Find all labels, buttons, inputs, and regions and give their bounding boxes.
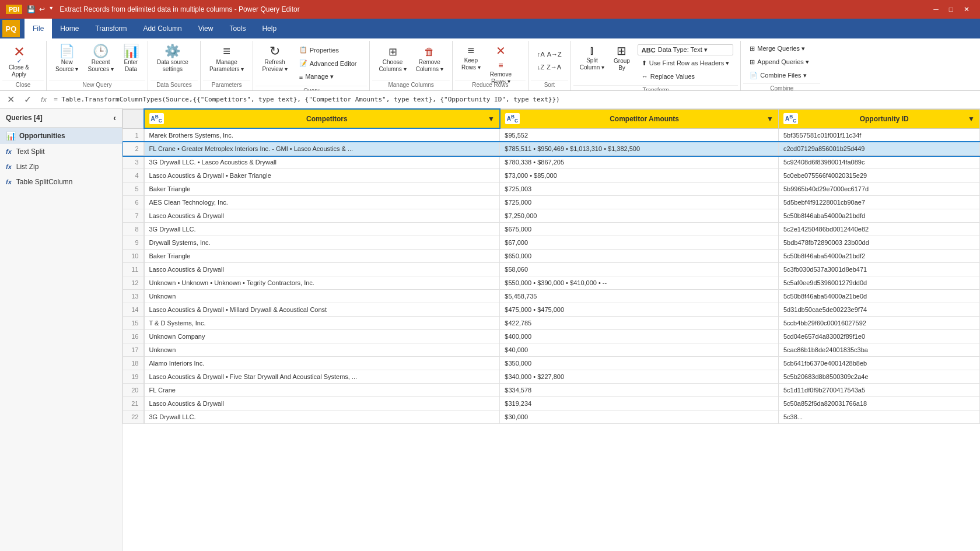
- manage-parameters-button[interactable]: ≡ ManageParameters ▾: [205, 42, 248, 77]
- ribbon-group-combine-label: Combine: [743, 83, 820, 91]
- formula-cancel[interactable]: ✕: [5, 93, 17, 106]
- sidebar-collapse-button[interactable]: ‹: [113, 113, 116, 122]
- table-row[interactable]: 33G Drywall LLC. • Lasco Acoustics & Dry…: [123, 156, 980, 169]
- window-title: Extract Records from delimited data in m…: [60, 5, 929, 13]
- table-row[interactable]: 11Lasco Acoustics & Drywall$58,0605c3fb0…: [123, 263, 980, 276]
- cell-opportunity-id: 5c50b8f46aba54000a21bdfd: [779, 209, 980, 223]
- table-row[interactable]: 21Lasco Acoustics & Drywall$319,2345c50a…: [123, 397, 980, 410]
- cell-amounts: $67,000: [500, 236, 779, 250]
- cell-competitors: T & D Systems, Inc.: [144, 317, 500, 330]
- enter-data-button[interactable]: 📊 EnterData: [119, 42, 143, 77]
- tab-transform[interactable]: Transform: [87, 19, 135, 38]
- ribbon-group-data-sources-label: Data Sources: [150, 80, 198, 90]
- table-row[interactable]: 9Drywall Systems, Inc.$67,0005bdb478fb72…: [123, 236, 980, 250]
- sidebar-item-text-split[interactable]: fx Text Split: [0, 144, 122, 159]
- table-row[interactable]: 1Marek Brothers Systems, Inc.$95,5525bf3…: [123, 128, 980, 142]
- split-column-button[interactable]: ⫿ SplitColumn ▾: [576, 42, 608, 77]
- formula-confirm[interactable]: ✓: [22, 93, 34, 106]
- maximize-button[interactable]: □: [944, 5, 958, 13]
- merge-queries-button[interactable]: ⊞ Merge Queries ▾: [746, 43, 809, 54]
- table-row[interactable]: 16Unknown Company$400,0005cd04e657d4a830…: [123, 330, 980, 343]
- table-row[interactable]: 12Unknown • Unknown • Unknown • Tegrity …: [123, 276, 980, 290]
- table-row[interactable]: 223G Drywall LLC.$30,0005c38...: [123, 410, 980, 424]
- row-number: 19: [123, 370, 144, 384]
- col-header-amounts[interactable]: ABC Competitor Amounts ▼: [500, 109, 779, 128]
- cell-opportunity-id: 5c2e14250486bd0012440e82: [779, 223, 980, 236]
- tab-help[interactable]: Help: [254, 19, 285, 38]
- cell-opportunity-id: 5c3fb030d537a3001d8eb471: [779, 263, 980, 276]
- table-row[interactable]: 20FL Crane$334,5785c1d11df0f9b2700417543…: [123, 384, 980, 397]
- sidebar: Queries [4] ‹ 📊 Opportunities fx Text Sp…: [0, 108, 123, 551]
- close-button[interactable]: ✕: [959, 5, 974, 13]
- formula-input[interactable]: [54, 96, 975, 103]
- sidebar-item-table-split-column[interactable]: fx Table SplitColumn: [0, 174, 122, 189]
- tab-view[interactable]: View: [190, 19, 222, 38]
- table-row[interactable]: 7Lasco Acoustics & Drywall$7,250,0005c50…: [123, 209, 980, 223]
- replace-values-button[interactable]: ↔ Replace Values: [638, 71, 733, 82]
- table-row[interactable]: 18Alamo Interiors Inc.$350,0005cb641fb63…: [123, 357, 980, 370]
- undo-icon[interactable]: ↩: [39, 5, 45, 13]
- refresh-preview-button[interactable]: ↻ RefreshPreview ▾: [258, 42, 291, 77]
- table-area[interactable]: ABC Competitors ▼ ABC Competitor Amounts…: [123, 108, 980, 551]
- col-opportunity-id-filter[interactable]: ▼: [968, 115, 975, 123]
- table-row[interactable]: 5Baker Triangle$725,0035b9965b40d29e7000…: [123, 183, 980, 196]
- tab-add-column[interactable]: Add Column: [135, 19, 190, 38]
- table-row[interactable]: 6AES Clean Technology, Inc.$725,0005d5be…: [123, 196, 980, 209]
- advanced-editor-button[interactable]: 📝 Advanced Editor: [295, 58, 361, 69]
- quick-access-dropdown[interactable]: ▼: [48, 5, 54, 13]
- row-number: 6: [123, 196, 144, 209]
- cell-opportunity-id: 5c5b20683d8b8500309c2a4e: [779, 370, 980, 384]
- col-header-opportunity-id[interactable]: ABC Opportunity ID ▼: [779, 109, 980, 128]
- table-row[interactable]: 4Lasco Acoustics & Drywall • Baker Trian…: [123, 169, 980, 183]
- group-by-button[interactable]: ⊞ GroupBy: [610, 42, 634, 77]
- data-source-settings-button[interactable]: ⚙️ Data sourcesettings: [153, 42, 192, 77]
- properties-button[interactable]: 📋 Properties: [295, 44, 361, 55]
- sidebar-item-text-split-label: Text Split: [16, 148, 45, 156]
- table-row[interactable]: 14Lasco Acoustics & Drywall • Millard Dr…: [123, 303, 980, 317]
- table-row[interactable]: 10Baker Triangle$650,0005c50b8f46aba5400…: [123, 250, 980, 263]
- cell-amounts: $780,338 • $867,205: [500, 156, 779, 169]
- row-number: 18: [123, 357, 144, 370]
- save-icon[interactable]: 💾: [27, 5, 36, 13]
- combine-files-button[interactable]: 📄 Combine Files ▾: [746, 70, 810, 81]
- row-number: 4: [123, 169, 144, 183]
- table-row[interactable]: 19Lasco Acoustics & Drywall • Five Star …: [123, 370, 980, 384]
- row-number: 17: [123, 343, 144, 357]
- table-row[interactable]: 17Unknown$40,0005cac86b1b8de24001835c3ba: [123, 343, 980, 357]
- ribbon-group-manage-columns: ⊞ ChooseColumns ▾ 🗑 RemoveColumns ▾ Mana…: [370, 41, 453, 90]
- cell-competitors: Lasco Acoustics & Drywall: [144, 209, 500, 223]
- cell-opportunity-id: 5cac86b1b8de24001835c3ba: [779, 343, 980, 357]
- table-row[interactable]: 83G Drywall LLC.$675,0005c2e14250486bd00…: [123, 223, 980, 236]
- first-row-headers-button[interactable]: ⬆ Use First Row as Headers ▾: [638, 58, 733, 69]
- recent-sources-button[interactable]: 🕒 RecentSources ▾: [83, 42, 117, 77]
- sort-asc-button[interactable]: ↑A A→Z: [533, 49, 566, 59]
- choose-columns-button[interactable]: ⊞ ChooseColumns ▾: [374, 42, 410, 77]
- keep-rows-button[interactable]: ≡ KeepRows ▾: [457, 42, 485, 77]
- cell-amounts: $785,511 • $950,469 • $1,013,310 • $1,38…: [500, 142, 779, 156]
- tab-tools[interactable]: Tools: [221, 19, 254, 38]
- new-source-button[interactable]: 📄 NewSource ▾: [51, 42, 82, 77]
- remove-columns-button[interactable]: 🗑 RemoveColumns ▾: [412, 42, 447, 77]
- append-queries-button[interactable]: ⊞ Append Queries ▾: [746, 57, 813, 68]
- close-apply-button[interactable]: ✕ ✓ Close & Apply: [5, 42, 33, 77]
- cell-amounts: $725,003: [500, 183, 779, 196]
- merge-queries-icon: ⊞: [750, 45, 755, 52]
- table-row[interactable]: 13Unknown$5,458,7355c50b8f46aba54000a21b…: [123, 290, 980, 303]
- col-header-competitors[interactable]: ABC Competitors ▼: [144, 109, 500, 128]
- col-amounts-filter[interactable]: ▼: [766, 115, 774, 123]
- sidebar-item-list-zip[interactable]: fx List Zip: [0, 159, 122, 174]
- tab-home[interactable]: Home: [52, 19, 87, 38]
- table-row[interactable]: 15T & D Systems, Inc.$422,7855ccb4bb29f6…: [123, 317, 980, 330]
- sidebar-item-opportunities[interactable]: 📊 Opportunities: [0, 128, 122, 144]
- minimize-button[interactable]: ─: [929, 5, 943, 13]
- data-type-button[interactable]: ABC Data Type: Text ▾: [638, 44, 733, 55]
- table-row[interactable]: 2FL Crane • Greater Metroplex Interiors …: [123, 142, 980, 156]
- col-competitors-filter[interactable]: ▼: [488, 115, 495, 123]
- manage-button[interactable]: ≡ Manage ▾: [295, 71, 361, 82]
- remove-rows-button[interactable]: ✕≡ RemoveRows ▾: [486, 42, 516, 77]
- func-icon-3: fx: [6, 178, 12, 185]
- tab-file[interactable]: File: [24, 19, 52, 38]
- sort-desc-button[interactable]: ↓Z Z→A: [533, 62, 565, 72]
- cell-opportunity-id: 5bf3557581c01f001f11c34f: [779, 128, 980, 142]
- ribbon-group-new-query-label: New Query: [49, 80, 145, 90]
